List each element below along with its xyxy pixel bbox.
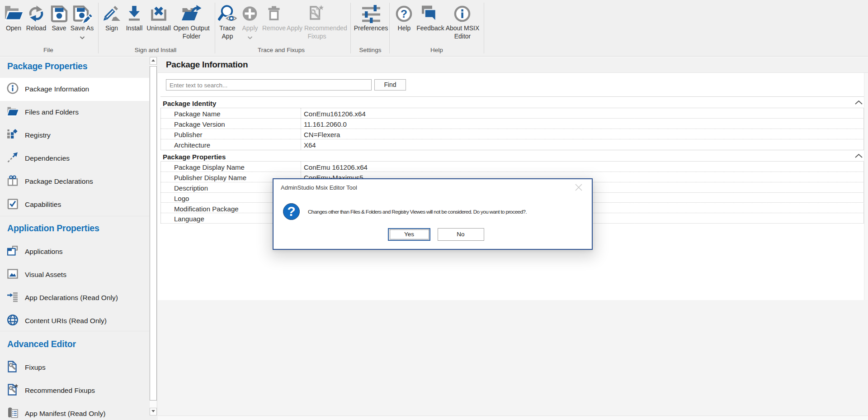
- svg-text:?: ?: [401, 8, 407, 20]
